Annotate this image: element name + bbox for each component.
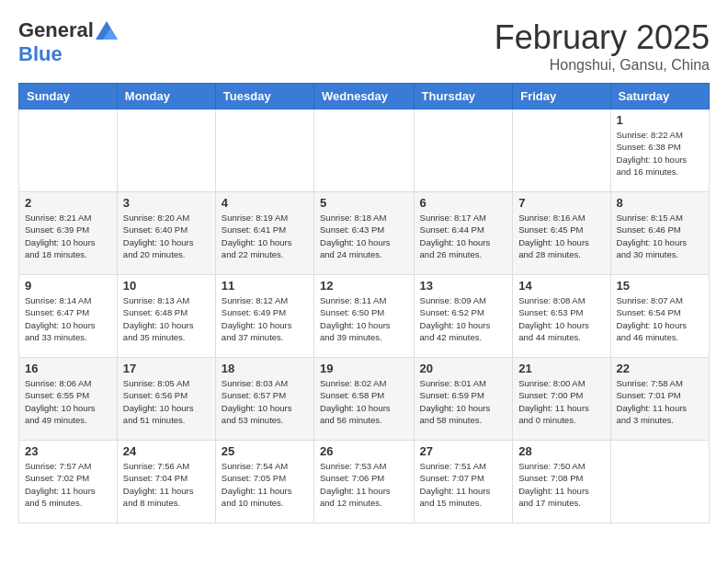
calendar-cell: 2Sunrise: 8:21 AM Sunset: 6:39 PM Daylig…	[19, 192, 118, 275]
day-number: 8	[617, 196, 703, 210]
logo-general-text: General	[18, 18, 94, 42]
day-number: 15	[617, 279, 703, 293]
day-number: 11	[222, 279, 308, 293]
header-thursday: Thursday	[414, 84, 513, 109]
day-number: 10	[123, 279, 210, 293]
day-number: 23	[25, 444, 111, 458]
calendar-cell: 24Sunrise: 7:56 AM Sunset: 7:04 PM Dayli…	[117, 441, 215, 523]
day-number: 9	[25, 279, 111, 293]
day-info: Sunrise: 8:08 AM Sunset: 6:53 PM Dayligh…	[518, 294, 604, 343]
calendar-cell: 4Sunrise: 8:19 AM Sunset: 6:41 PM Daylig…	[215, 192, 313, 275]
calendar-cell: 10Sunrise: 8:13 AM Sunset: 6:48 PM Dayli…	[117, 275, 215, 358]
calendar-cell: 1Sunrise: 8:22 AM Sunset: 6:38 PM Daylig…	[610, 109, 709, 192]
logo-icon	[96, 21, 118, 40]
day-number: 27	[420, 444, 507, 458]
day-number: 25	[222, 444, 308, 458]
day-info: Sunrise: 8:12 AM Sunset: 6:49 PM Dayligh…	[222, 294, 308, 343]
calendar-cell: 13Sunrise: 8:09 AM Sunset: 6:52 PM Dayli…	[414, 275, 513, 358]
calendar-cell	[610, 441, 709, 523]
header-wednesday: Wednesday	[314, 84, 415, 109]
calendar-week-3: 9Sunrise: 8:14 AM Sunset: 6:47 PM Daylig…	[19, 275, 710, 358]
calendar-cell	[19, 109, 118, 192]
logo-blue-text: Blue	[18, 42, 63, 66]
calendar-cell: 16Sunrise: 8:06 AM Sunset: 6:55 PM Dayli…	[19, 358, 118, 441]
calendar-cell: 15Sunrise: 8:07 AM Sunset: 6:54 PM Dayli…	[610, 275, 709, 358]
calendar-cell: 5Sunrise: 8:18 AM Sunset: 6:43 PM Daylig…	[314, 192, 415, 275]
calendar-week-2: 2Sunrise: 8:21 AM Sunset: 6:39 PM Daylig…	[19, 192, 710, 275]
calendar-cell: 8Sunrise: 8:15 AM Sunset: 6:46 PM Daylig…	[610, 192, 709, 275]
day-info: Sunrise: 8:17 AM Sunset: 6:44 PM Dayligh…	[420, 212, 507, 260]
day-number: 7	[518, 196, 604, 210]
day-number: 28	[518, 444, 604, 458]
calendar-cell	[513, 109, 610, 192]
day-info: Sunrise: 7:51 AM Sunset: 7:07 PM Dayligh…	[420, 460, 507, 509]
day-info: Sunrise: 7:53 AM Sunset: 7:06 PM Dayligh…	[320, 460, 408, 509]
day-number: 26	[320, 444, 408, 458]
day-number: 13	[420, 279, 507, 293]
day-info: Sunrise: 8:03 AM Sunset: 6:57 PM Dayligh…	[222, 377, 308, 426]
calendar-week-1: 1Sunrise: 8:22 AM Sunset: 6:38 PM Daylig…	[19, 109, 710, 192]
day-info: Sunrise: 8:16 AM Sunset: 6:45 PM Dayligh…	[518, 212, 604, 260]
day-number: 21	[518, 362, 604, 375]
day-info: Sunrise: 8:15 AM Sunset: 6:46 PM Dayligh…	[617, 212, 703, 260]
page-header: General Blue February 2025 Hongshui, Gan…	[18, 18, 710, 74]
calendar-cell	[215, 109, 313, 192]
calendar-cell: 6Sunrise: 8:17 AM Sunset: 6:44 PM Daylig…	[414, 192, 513, 275]
calendar-week-4: 16Sunrise: 8:06 AM Sunset: 6:55 PM Dayli…	[19, 358, 710, 441]
calendar-cell: 3Sunrise: 8:20 AM Sunset: 6:40 PM Daylig…	[117, 192, 215, 275]
calendar-table: Sunday Monday Tuesday Wednesday Thursday…	[18, 83, 710, 523]
calendar-cell: 25Sunrise: 7:54 AM Sunset: 7:05 PM Dayli…	[215, 441, 313, 523]
day-info: Sunrise: 8:14 AM Sunset: 6:47 PM Dayligh…	[25, 294, 111, 343]
header-monday: Monday	[117, 84, 215, 109]
calendar-week-5: 23Sunrise: 7:57 AM Sunset: 7:02 PM Dayli…	[19, 441, 710, 523]
header-friday: Friday	[513, 84, 610, 109]
location-title: Hongshui, Gansu, China	[495, 57, 710, 74]
day-info: Sunrise: 8:01 AM Sunset: 6:59 PM Dayligh…	[420, 377, 507, 426]
day-number: 6	[420, 196, 507, 210]
day-info: Sunrise: 8:20 AM Sunset: 6:40 PM Dayligh…	[123, 212, 210, 260]
day-number: 16	[25, 362, 111, 375]
title-area: February 2025 Hongshui, Gansu, China	[495, 18, 710, 74]
calendar-cell: 20Sunrise: 8:01 AM Sunset: 6:59 PM Dayli…	[414, 358, 513, 441]
calendar-cell: 23Sunrise: 7:57 AM Sunset: 7:02 PM Dayli…	[19, 441, 118, 523]
day-info: Sunrise: 8:19 AM Sunset: 6:41 PM Dayligh…	[222, 212, 308, 260]
header-tuesday: Tuesday	[215, 84, 313, 109]
day-number: 19	[320, 362, 408, 375]
day-number: 20	[420, 362, 507, 375]
logo: General Blue	[18, 18, 118, 66]
calendar-cell	[314, 109, 415, 192]
day-number: 22	[617, 362, 703, 375]
calendar-cell	[414, 109, 513, 192]
day-info: Sunrise: 8:18 AM Sunset: 6:43 PM Dayligh…	[320, 212, 408, 260]
day-number: 5	[320, 196, 408, 210]
day-number: 4	[222, 196, 308, 210]
day-info: Sunrise: 8:02 AM Sunset: 6:58 PM Dayligh…	[320, 377, 408, 426]
calendar-cell: 22Sunrise: 7:58 AM Sunset: 7:01 PM Dayli…	[610, 358, 709, 441]
calendar-cell: 26Sunrise: 7:53 AM Sunset: 7:06 PM Dayli…	[314, 441, 415, 523]
calendar-cell: 9Sunrise: 8:14 AM Sunset: 6:47 PM Daylig…	[19, 275, 118, 358]
calendar-cell: 12Sunrise: 8:11 AM Sunset: 6:50 PM Dayli…	[314, 275, 415, 358]
header-saturday: Saturday	[610, 84, 709, 109]
day-number: 18	[222, 362, 308, 375]
calendar-cell: 28Sunrise: 7:50 AM Sunset: 7:08 PM Dayli…	[513, 441, 610, 523]
day-number: 14	[518, 279, 604, 293]
day-number: 1	[617, 113, 703, 127]
calendar-cell: 11Sunrise: 8:12 AM Sunset: 6:49 PM Dayli…	[215, 275, 313, 358]
day-info: Sunrise: 8:11 AM Sunset: 6:50 PM Dayligh…	[320, 294, 408, 343]
day-number: 24	[123, 444, 210, 458]
day-info: Sunrise: 7:56 AM Sunset: 7:04 PM Dayligh…	[123, 460, 210, 509]
day-number: 12	[320, 279, 408, 293]
calendar-cell: 18Sunrise: 8:03 AM Sunset: 6:57 PM Dayli…	[215, 358, 313, 441]
day-info: Sunrise: 8:09 AM Sunset: 6:52 PM Dayligh…	[420, 294, 507, 343]
calendar-cell	[117, 109, 215, 192]
calendar-cell: 19Sunrise: 8:02 AM Sunset: 6:58 PM Dayli…	[314, 358, 415, 441]
calendar-cell: 7Sunrise: 8:16 AM Sunset: 6:45 PM Daylig…	[513, 192, 610, 275]
calendar-cell: 14Sunrise: 8:08 AM Sunset: 6:53 PM Dayli…	[513, 275, 610, 358]
day-info: Sunrise: 8:13 AM Sunset: 6:48 PM Dayligh…	[123, 294, 210, 343]
calendar-cell: 17Sunrise: 8:05 AM Sunset: 6:56 PM Dayli…	[117, 358, 215, 441]
header-sunday: Sunday	[19, 84, 118, 109]
day-info: Sunrise: 7:50 AM Sunset: 7:08 PM Dayligh…	[518, 460, 604, 509]
day-info: Sunrise: 7:58 AM Sunset: 7:01 PM Dayligh…	[617, 377, 703, 426]
calendar-cell: 21Sunrise: 8:00 AM Sunset: 7:00 PM Dayli…	[513, 358, 610, 441]
day-info: Sunrise: 8:22 AM Sunset: 6:38 PM Dayligh…	[617, 129, 703, 178]
